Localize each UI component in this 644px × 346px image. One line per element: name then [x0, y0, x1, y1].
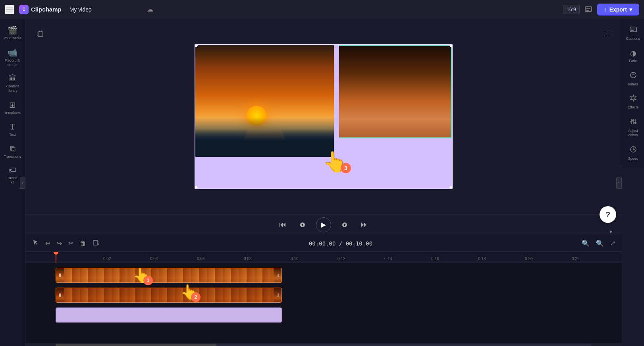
preview-area: 👆 3 ⛶ — [25, 19, 622, 214]
export-button[interactable]: ↑ Export ▾ — [597, 4, 639, 15]
scrollbar-thumb[interactable] — [56, 344, 216, 346]
ruler-mark-12: 0:12 — [337, 257, 345, 261]
timeline-scrollbar[interactable] — [25, 343, 622, 346]
clip-filmstrip-2 — [64, 288, 274, 302]
timeline-tool-select[interactable] — [30, 238, 40, 249]
sidebar-item-templates[interactable]: ⊞ Templates — [2, 97, 24, 118]
ruler-mark-16: 0:16 — [430, 257, 439, 261]
preview-clip-right — [339, 45, 452, 138]
templates-icon: ⊞ — [9, 100, 16, 110]
logo-area[interactable]: C Clipchamp — [19, 5, 62, 14]
svg-rect-21 — [634, 122, 636, 124]
clipchamp-logo-icon: C — [19, 5, 29, 14]
timeline-clip-1[interactable]: ⏸ ⏸ — [56, 268, 282, 283]
sidebar-item-label-transitions: Transitions — [4, 155, 21, 159]
timeline-toolbar: ↩ ↪ ✂ 🗑 00:00.00 / 00:10.00 🔍 🔍 ⤢ — [25, 235, 622, 252]
sidebar-item-label-your-media: Your media — [4, 36, 21, 41]
sidebar-item-record-create[interactable]: 📹 Record &create — [2, 44, 24, 70]
preview-container[interactable]: 👆 3 — [195, 44, 453, 189]
right-panel-filters-label: Filters — [628, 82, 638, 87]
right-panel: Captions ◑ Fade Filters — [622, 19, 644, 167]
content-library-icon: 🏛 — [9, 74, 17, 83]
timeline-delete[interactable]: 🗑 — [78, 238, 88, 249]
timeline-clip-3[interactable] — [56, 307, 282, 323]
skip-forward-button[interactable]: ⏭ — [358, 218, 371, 231]
right-panel-fade-label: Fade — [629, 59, 637, 63]
your-media-icon: 🎬 — [8, 25, 17, 35]
cloud-save-icon[interactable]: ☁ — [147, 6, 153, 13]
right-panel-filters[interactable]: Filters — [624, 68, 643, 90]
birds-video-right — [339, 46, 451, 137]
right-panel-fade[interactable]: ◑ Fade — [624, 46, 643, 66]
preview-crop-button[interactable] — [37, 30, 44, 39]
play-button[interactable]: ▶ — [316, 217, 331, 232]
ruler-mark-06: 0:06 — [196, 257, 204, 261]
fade-icon: ◑ — [630, 49, 636, 58]
ruler-mark-20: 0:20 — [524, 257, 532, 261]
sidebar-item-label-brand: Brandkit — [8, 176, 17, 185]
resize-handle-br[interactable] — [449, 186, 453, 189]
timeline-track-area: ⏸ ⏸ ⏸ ⏸ — [25, 263, 622, 324]
timeline-zoom-controls: 🔍 🔍 ⤢ — [580, 238, 617, 249]
ruler-mark-10: 0:10 — [290, 257, 298, 261]
help-chevron-down[interactable]: ▾ — [609, 228, 612, 235]
sunset-video-left — [195, 45, 334, 157]
adjust-colors-icon — [629, 118, 637, 128]
app-name: Clipchamp — [31, 6, 62, 13]
record-icon: 📹 — [8, 48, 17, 57]
timeline-fit[interactable]: ⤢ — [609, 238, 617, 249]
timeline-add-media[interactable] — [91, 238, 101, 249]
timeline-playhead[interactable] — [56, 252, 56, 263]
sidebar-item-transitions[interactable]: ⧉ Transitions — [2, 141, 24, 162]
timeline-zoom-in[interactable]: 🔍 — [594, 238, 605, 249]
right-panel-captions[interactable]: Captions — [624, 22, 643, 44]
right-panel-collapse-button[interactable]: ‹ — [616, 177, 622, 189]
sidebar-item-text[interactable]: T Text — [2, 119, 24, 140]
video-title-input[interactable] — [66, 5, 142, 14]
aspect-ratio-badge[interactable]: 16:9 — [563, 5, 579, 14]
svg-rect-12 — [630, 27, 636, 32]
ruler-mark-22: 0:22 — [571, 257, 579, 261]
right-panel-speed[interactable]: Speed — [624, 142, 643, 164]
right-panel-adjust-colors[interactable]: Adjustcolors — [624, 114, 643, 141]
silhouette-element — [195, 118, 334, 157]
text-icon: T — [10, 122, 15, 131]
captions-topbar-button[interactable] — [583, 4, 594, 15]
timeline-undo[interactable]: ↩ — [44, 238, 52, 249]
resize-handle-bl[interactable] — [195, 186, 198, 189]
clip-filmstrip-1 — [64, 268, 274, 282]
export-label: Export — [609, 6, 627, 13]
help-button[interactable]: ? — [600, 206, 616, 223]
right-panel-speed-label: Speed — [628, 157, 638, 161]
skip-back-button[interactable]: ⏮ — [276, 218, 289, 231]
svg-rect-0 — [585, 7, 592, 12]
topbar: C Clipchamp ☁ 16:9 ↑ Export ▾ — [0, 0, 644, 19]
sidebar-item-your-media[interactable]: 🎬 Your media — [2, 22, 24, 44]
right-panel-adjust-colors-label: Adjustcolors — [628, 129, 638, 137]
menu-button[interactable] — [5, 5, 14, 14]
ruler-mark-18: 0:18 — [477, 257, 486, 261]
export-chevron-icon: ▾ — [629, 6, 632, 13]
timeline-tracks[interactable]: ⏸ ⏸ ⏸ ⏸ — [25, 263, 622, 343]
clip-pause-icon-2: ⏸ — [56, 292, 64, 298]
rewind-button[interactable] — [296, 218, 309, 231]
right-panel-effects-label: Effects — [628, 105, 638, 110]
clip-end-icon-2: ⏸ — [274, 292, 282, 298]
timeline-clip-2[interactable]: ⏸ ⏸ — [56, 288, 282, 303]
svg-rect-3 — [38, 32, 43, 37]
brand-kit-icon: 🏷 — [9, 166, 17, 175]
timeline-track-row-1: ⏸ ⏸ — [56, 266, 622, 284]
sidebar-expand-button[interactable]: › — [20, 177, 25, 189]
left-sidebar: 🎬 Your media 📹 Record &create 🏛 Contentl… — [0, 19, 25, 346]
timeline-section: ↩ ↪ ✂ 🗑 00:00.00 / 00:10.00 🔍 🔍 ⤢ — [25, 235, 622, 346]
timeline-redo[interactable]: ↪ — [55, 238, 64, 249]
preview-expand-button[interactable]: ⛶ — [604, 30, 611, 37]
preview-canvas — [195, 44, 453, 189]
forward-button[interactable] — [338, 218, 351, 231]
timeline-zoom-out[interactable]: 🔍 — [580, 238, 591, 249]
sidebar-item-content-library[interactable]: 🏛 Contentlibrary — [2, 71, 24, 96]
right-panel-effects[interactable]: Effects — [624, 91, 643, 113]
timeline-cut[interactable]: ✂ — [67, 238, 75, 249]
captions-icon — [629, 25, 637, 35]
clip-end-icon-1: ⏸ — [274, 273, 282, 278]
